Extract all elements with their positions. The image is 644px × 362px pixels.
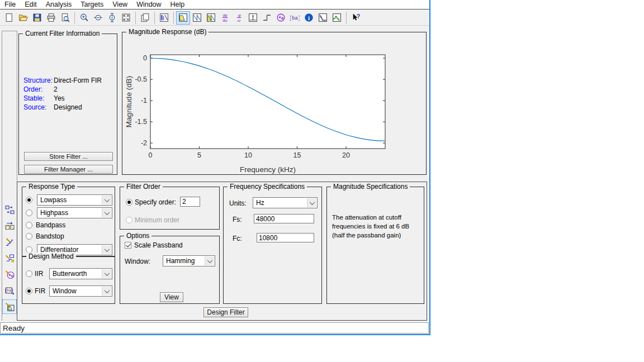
toolbar-zoom-y-button[interactable]	[105, 11, 119, 25]
toolbar-zoom-x-button[interactable]	[91, 11, 105, 25]
svg-text:[ba]: [ba]	[290, 15, 300, 21]
toolbar-print-button[interactable]	[44, 11, 58, 25]
iir-radio[interactable]	[26, 270, 32, 277]
menu-item-edit[interactable]: Edit	[25, 1, 37, 8]
fc-input[interactable]	[257, 233, 314, 242]
store-filter-button[interactable]: Store Filter ...	[24, 152, 113, 161]
fir-radio[interactable]	[26, 288, 32, 294]
view-button[interactable]: View	[160, 292, 183, 302]
toolbar-group-delay-button[interactable]: dφdω	[218, 11, 232, 25]
menu-item-view[interactable]: View	[112, 1, 127, 8]
toolbar-new-button[interactable]	[2, 11, 16, 25]
toolbar-phase-response-button[interactable]	[190, 11, 204, 25]
toolbar-pole-zero-button[interactable]	[274, 11, 288, 25]
svg-text:-0.5: -0.5	[135, 75, 147, 83]
filter-info-icon: i	[304, 13, 314, 22]
magnitude-specifications-panel: Magnitude Specifications The attenuation…	[326, 187, 424, 304]
toolbar-filter-show-button[interactable]	[157, 11, 171, 25]
menu-item-window[interactable]: Window	[136, 1, 161, 8]
highpass-value: Highpass	[40, 209, 68, 217]
fs-label: Fs:	[233, 216, 242, 223]
filter-show-icon	[159, 13, 169, 22]
toolbar-magnitude-response-button[interactable]	[176, 11, 190, 25]
toolbar-coefficients-button[interactable]: [ba]	[288, 11, 302, 25]
toolbar-filter-info-button[interactable]: i	[302, 11, 316, 25]
sidebar-button-pole-zero-editor[interactable]	[2, 267, 17, 282]
sidebar-button-design-filter[interactable]	[2, 299, 17, 314]
chevron-down-icon	[102, 287, 111, 296]
options-panel: Options Scale Passband Window: Hamming V…	[120, 236, 220, 304]
impulse-response-icon	[248, 13, 258, 22]
toolbar-separator	[74, 12, 75, 24]
svg-text:dφ: dφ	[223, 13, 228, 18]
panel-title: Current Filter Information	[23, 30, 102, 37]
sidebar-button-set-quantization-parameters[interactable]	[2, 235, 17, 249]
magnitude-note-line3: (half the passband gain)	[332, 232, 401, 239]
lowpass-radio[interactable]	[26, 197, 32, 203]
specify-order-radio[interactable]	[126, 199, 132, 206]
toolbar-impulse-response-button[interactable]	[246, 11, 260, 25]
filter-manager-button[interactable]: Filter Manager ...	[24, 165, 113, 174]
highpass-select[interactable]: Highpass	[37, 207, 112, 218]
scale-passband-checkbox[interactable]	[125, 242, 131, 249]
toolbar-magnitude-phase-button[interactable]	[204, 11, 218, 25]
toolbar-new-session-button[interactable]	[138, 11, 152, 25]
toolbar-help-button[interactable]: ?	[349, 11, 363, 25]
svg-text:20: 20	[342, 151, 350, 159]
order-label: Order:	[23, 85, 42, 93]
toolbar-zoom-in-button[interactable]	[77, 11, 91, 25]
sidebar-button-realize-model[interactable]	[2, 251, 17, 265]
design-filter-button[interactable]: Design Filter	[203, 307, 248, 317]
set-quantization-parameters-icon	[5, 237, 15, 247]
window-select[interactable]: Hamming	[163, 255, 215, 266]
svg-text:5: 5	[197, 151, 201, 159]
magnitude-response-plot: 051015200-0.5-1-1.5-2Frequency (kHz)Magn…	[122, 32, 427, 175]
toolbar-separator	[135, 12, 136, 24]
menu-item-help[interactable]: Help	[171, 1, 185, 8]
sidebar-button-transform-filter[interactable]	[2, 218, 17, 233]
iir-method-select[interactable]: Butterworth	[49, 268, 112, 279]
bandpass-radio[interactable]	[26, 222, 32, 228]
toolbar-quantize-steps-button[interactable]	[330, 11, 344, 25]
lowpass-select[interactable]: Lowpass	[37, 194, 112, 206]
specify-order-input[interactable]	[180, 197, 200, 207]
units-label: Units:	[229, 199, 247, 207]
highpass-radio[interactable]	[26, 209, 32, 216]
fir-method-value: Window	[53, 287, 77, 295]
fir-method-select[interactable]: Window	[49, 285, 112, 297]
toolbar-print-preview-button[interactable]	[58, 11, 72, 25]
magnitude-overlay-icon	[318, 13, 328, 22]
realize-model-icon	[5, 254, 15, 263]
menu-item-file[interactable]: File	[4, 1, 16, 8]
units-select[interactable]: Hz	[253, 197, 318, 208]
svg-text:ω: ω	[238, 18, 240, 22]
toolbar-phase-delay-button[interactable]: -φω	[232, 11, 246, 25]
fs-input[interactable]	[254, 214, 314, 223]
full-view-icon	[121, 13, 131, 22]
toolbar-magnitude-overlay-button[interactable]	[316, 11, 330, 25]
panel-title: Magnitude Specifications	[331, 183, 410, 190]
source-label: Source:	[23, 103, 46, 111]
sidebar-button-create-multirate-filter[interactable]	[2, 202, 17, 217]
svg-text:i: i	[308, 15, 310, 21]
print-icon	[46, 13, 56, 22]
status-text: Ready	[3, 324, 25, 332]
minimum-order-radio[interactable]	[126, 217, 132, 223]
toolbar-save-button[interactable]	[30, 11, 44, 25]
panel-edge-top	[2, 31, 17, 31]
menu-item-analysis[interactable]: Analysis	[46, 1, 72, 8]
bandstop-radio[interactable]	[26, 233, 32, 240]
source-value: Designed	[54, 103, 82, 111]
svg-text:[ba]: [ba]	[5, 288, 13, 293]
chevron-down-icon	[205, 256, 214, 265]
sidebar-button-import-filter[interactable]: [ba]	[2, 283, 17, 298]
svg-text:15: 15	[293, 151, 301, 159]
transform-filter-icon	[5, 221, 15, 231]
fir-label: FIR	[35, 287, 45, 295]
save-icon	[32, 13, 42, 22]
toolbar-full-view-button[interactable]	[119, 11, 133, 25]
menu-item-targets[interactable]: Targets	[80, 1, 103, 8]
toolbar-open-button[interactable]	[16, 11, 30, 25]
toolbar-step-response-button[interactable]	[260, 11, 274, 25]
create-multirate-filter-icon	[5, 205, 15, 215]
